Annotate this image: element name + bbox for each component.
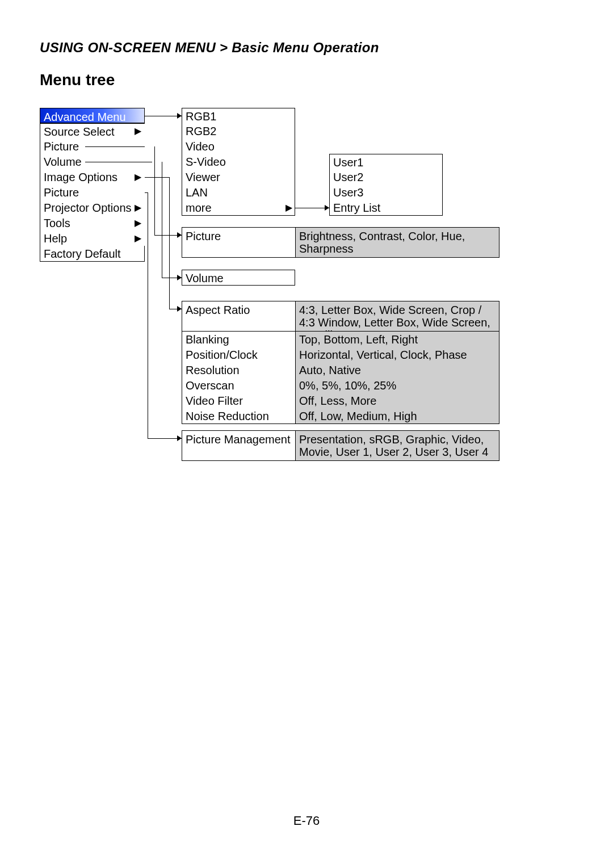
submenu-icon: ▶ xyxy=(285,203,292,212)
picmgmt-label: Picture Management xyxy=(182,430,295,461)
connector xyxy=(169,177,170,309)
arrow-icon xyxy=(177,306,182,312)
breadcrumb: USING ON-SCREEN MENU > Basic Menu Operat… xyxy=(40,40,379,56)
source-item[interactable]: S-Video xyxy=(182,154,295,170)
source-item-more[interactable]: more xyxy=(182,200,295,216)
source-item[interactable]: LAN xyxy=(182,184,295,200)
menu-item-projector-options[interactable]: Projector Options xyxy=(40,200,145,216)
imgopt-detail: Off, Low, Medium, High xyxy=(295,408,499,424)
imgopt-label: Resolution xyxy=(182,362,295,378)
menu-item-picture-management[interactable]: Picture Management xyxy=(40,184,145,200)
picmgmt-detail: Presentation, sRGB, Graphic, Video, Movi… xyxy=(295,430,499,461)
more-item[interactable]: User2 xyxy=(329,169,443,185)
imgopt-label: Aspect Ratio xyxy=(182,301,295,332)
source-item[interactable]: Viewer xyxy=(182,169,295,185)
submenu-icon: ▶ xyxy=(135,234,141,243)
connector xyxy=(145,177,169,178)
more-item[interactable]: User1 xyxy=(329,154,443,170)
picture-label: Picture xyxy=(182,227,295,258)
imgopt-label: Position/Clock xyxy=(182,347,295,363)
connector xyxy=(85,146,145,147)
menu-item-help[interactable]: Help xyxy=(40,230,145,246)
menu-item-image-options[interactable]: Image Options xyxy=(40,169,145,185)
source-item[interactable]: Video xyxy=(182,139,295,154)
imgopt-label: Noise Reduction xyxy=(182,408,295,424)
volume-label: Volume xyxy=(182,270,295,286)
source-item[interactable]: RGB1 xyxy=(182,108,295,124)
connector xyxy=(145,192,148,193)
imgopt-detail: 4:3, Letter Box, Wide Screen, Crop / 4:3… xyxy=(295,301,499,332)
arrow-icon xyxy=(177,275,182,280)
connector xyxy=(162,162,162,278)
imgopt-detail: Off, Less, More xyxy=(295,393,499,409)
menu-item-factory-default[interactable]: Factory Default xyxy=(40,246,145,262)
arrow-icon xyxy=(177,435,182,441)
imgopt-label: Overscan xyxy=(182,378,295,393)
submenu-icon: ▶ xyxy=(135,173,141,182)
connector xyxy=(145,116,182,116)
submenu-icon: ▶ xyxy=(135,127,141,136)
more-item-entry-list[interactable]: Entry List xyxy=(329,200,443,216)
connector xyxy=(154,146,155,235)
arrow-icon xyxy=(325,205,329,211)
arrow-icon xyxy=(177,113,182,119)
source-item[interactable]: RGB2 xyxy=(182,123,295,139)
more-item[interactable]: User3 xyxy=(329,184,443,200)
submenu-icon: ▶ xyxy=(135,203,141,212)
connector xyxy=(148,438,182,439)
imgopt-detail: 0%, 5%, 10%, 25% xyxy=(295,378,499,393)
arrow-icon xyxy=(177,232,182,238)
imgopt-label: Blanking xyxy=(182,332,295,347)
submenu-icon: ▶ xyxy=(135,219,141,228)
imgopt-detail: Auto, Native xyxy=(295,362,499,378)
connector xyxy=(148,192,148,438)
imgopt-label: Video Filter xyxy=(182,393,295,409)
advanced-menu-header: Advanced Menu xyxy=(40,108,145,123)
imgopt-detail: Horizontal, Vertical, Clock, Phase xyxy=(295,347,499,363)
connector xyxy=(85,162,152,162)
menu-item-tools[interactable]: Tools xyxy=(40,215,145,231)
page-title: Menu tree xyxy=(40,71,115,89)
picture-detail: Brightness, Contrast, Color, Hue, Sharpn… xyxy=(295,227,499,258)
connector xyxy=(295,208,329,208)
menu-item-source-select[interactable]: Source Select xyxy=(40,123,145,139)
imgopt-detail: Top, Bottom, Left, Right xyxy=(295,332,499,347)
page-number: E-76 xyxy=(0,814,613,828)
